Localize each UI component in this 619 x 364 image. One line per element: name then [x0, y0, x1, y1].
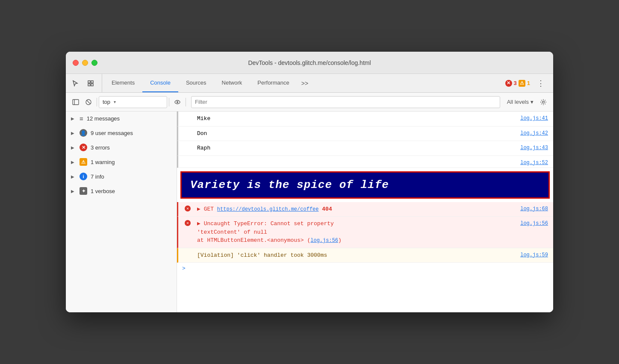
svg-rect-4: [73, 100, 79, 105]
sidebar-errors-label: 3 errors: [91, 144, 171, 151]
sidebar-item-user-messages[interactable]: ▶ 👤 9 user messages: [66, 126, 177, 140]
row-file[interactable]: log.js:43: [520, 143, 553, 151]
arrow-icon: ▶: [71, 145, 76, 150]
sidebar-user-label: 9 user messages: [91, 130, 171, 136]
tab-bar-right: ✕ 3 ⚠ 1 ⋮: [505, 74, 553, 92]
sidebar-item-verbose[interactable]: ▶ ✦ 1 verbose: [66, 184, 177, 198]
close-button[interactable]: [73, 60, 79, 66]
arrow-icon: ▶: [71, 189, 76, 194]
error-stack-link[interactable]: log.js:56: [310, 238, 338, 244]
levels-dropdown[interactable]: All levels ▾: [504, 99, 537, 105]
tab-console[interactable]: Console: [142, 74, 178, 92]
row-text: Raph: [197, 143, 520, 154]
table-row: Mike log.js:41: [177, 112, 553, 126]
console-sidebar: ▶ ≡ 12 messages ▶ 👤 9 user messages ▶ ✕ …: [66, 112, 177, 312]
row-file[interactable]: log.js:59: [520, 250, 553, 258]
settings-button[interactable]: [537, 96, 550, 109]
error-line1: ▶ Uncaught TypeError: Cannot set propert…: [197, 220, 517, 228]
row-gutter: [178, 250, 197, 252]
warning-count: 1: [527, 80, 530, 86]
sidebar-verbose-label: 1 verbose: [91, 188, 171, 194]
svg-rect-2: [88, 84, 90, 86]
clear-console-button[interactable]: [82, 96, 95, 109]
sidebar-item-errors[interactable]: ▶ ✕ 3 errors: [66, 140, 177, 155]
cursor-icon[interactable]: [69, 77, 81, 89]
row-text: ▶ GET https://devtools.glitch.me/coffee …: [197, 204, 520, 215]
error-code: 404: [322, 206, 332, 212]
user-icon: 👤: [80, 129, 87, 137]
svg-rect-0: [88, 81, 90, 83]
row-gutter: ✕: [178, 204, 197, 211]
verbose-icon: ✦: [80, 187, 87, 195]
arrow-icon: ▶: [71, 131, 76, 135]
toolbar-divider-2: [169, 98, 169, 106]
devtools-controls: [69, 74, 102, 92]
arrow-icon: ▶: [71, 160, 76, 164]
row-text: ▶ Uncaught TypeError: Cannot set propert…: [197, 218, 520, 246]
context-selector[interactable]: top ▾: [99, 96, 167, 108]
more-tabs-button[interactable]: >>: [297, 74, 312, 92]
row-file[interactable]: log.js:56: [520, 218, 553, 226]
row-gutter: [178, 128, 197, 130]
arrow-icon: ▶: [71, 174, 76, 179]
row-text: [Violation] 'click' handler took 3000ms: [197, 250, 520, 261]
window-title: DevTools - devtools.glitch.me/console/lo…: [248, 59, 371, 66]
console-output: Mike log.js:41 Don log.js:42 Raph log.js…: [177, 112, 553, 312]
svg-rect-1: [91, 81, 93, 83]
sidebar-toggle-button[interactable]: [69, 96, 82, 109]
tab-bar: Elements Console Sources Network Perform…: [66, 74, 553, 93]
row-gutter: [178, 143, 197, 144]
row-gutter: ✕: [178, 218, 197, 226]
more-options-button[interactable]: ⋮: [534, 79, 548, 88]
sidebar-warnings-label: 1 warning: [91, 159, 171, 165]
error-count: 3: [514, 80, 517, 86]
main-content: ▶ ≡ 12 messages ▶ 👤 9 user messages ▶ ✕ …: [66, 112, 553, 312]
devtools-window: DevTools - devtools.glitch.me/console/lo…: [66, 52, 553, 312]
toolbar-divider-3: [186, 98, 186, 106]
row-text: [197, 158, 520, 160]
tab-elements[interactable]: Elements: [104, 74, 142, 92]
sidebar-item-warnings[interactable]: ▶ ⚠ 1 warning: [66, 155, 177, 169]
filter-area: [191, 96, 500, 108]
error-circle-icon: ✕: [80, 144, 87, 151]
row-gutter: [178, 158, 197, 159]
filter-input[interactable]: [192, 99, 500, 105]
error-row-icon: ✕: [185, 220, 191, 226]
console-toolbar: top ▾ All levels ▾: [66, 93, 553, 112]
row-arrow: ▶ GET: [197, 206, 217, 212]
sidebar-item-messages[interactable]: ▶ ≡ 12 messages: [66, 112, 177, 126]
table-row: ✕ ▶ GET https://devtools.glitch.me/coffe…: [177, 202, 553, 217]
row-file[interactable]: log.js:42: [520, 128, 553, 136]
sidebar-info-label: 7 info: [91, 173, 171, 180]
tab-sources[interactable]: Sources: [178, 74, 214, 92]
row-gutter: [178, 113, 197, 115]
svg-point-9: [177, 101, 178, 103]
error-url-link[interactable]: https://devtools.glitch.me/coffee: [217, 206, 319, 212]
traffic-lights: [73, 60, 97, 66]
tab-performance[interactable]: Performance: [250, 74, 297, 92]
info-circle-icon: i: [80, 173, 87, 180]
minimize-button[interactable]: [82, 60, 88, 66]
warning-triangle-icon: ⚠: [80, 158, 87, 166]
row-text: Don: [197, 128, 520, 139]
table-row: [Violation] 'click' handler took 3000ms …: [177, 248, 553, 263]
row-file[interactable]: log.js:52: [520, 158, 553, 166]
eye-button[interactable]: [171, 96, 184, 109]
table-row: Raph log.js:43: [177, 141, 553, 156]
maximize-button[interactable]: [91, 60, 97, 66]
title-bar: DevTools - devtools.glitch.me/console/lo…: [66, 52, 553, 74]
toolbar-divider-1: [97, 98, 97, 106]
row-file[interactable]: log.js:68: [520, 204, 553, 212]
console-prompt[interactable]: >: [177, 263, 553, 274]
table-row: log.js:52: [177, 156, 553, 168]
sidebar-messages-label: 12 messages: [87, 115, 171, 122]
tab-network[interactable]: Network: [214, 74, 250, 92]
sidebar-item-info[interactable]: ▶ i 7 info: [66, 169, 177, 184]
row-file[interactable]: log.js:41: [520, 113, 553, 121]
layers-icon[interactable]: [85, 77, 97, 89]
variety-text: Variety is the spice of life: [190, 179, 389, 191]
messages-list-icon: ≡: [80, 115, 83, 122]
arrow-icon: ▶: [71, 116, 76, 121]
context-arrow-icon: ▾: [114, 100, 116, 104]
error-row-icon: ✕: [185, 205, 191, 211]
